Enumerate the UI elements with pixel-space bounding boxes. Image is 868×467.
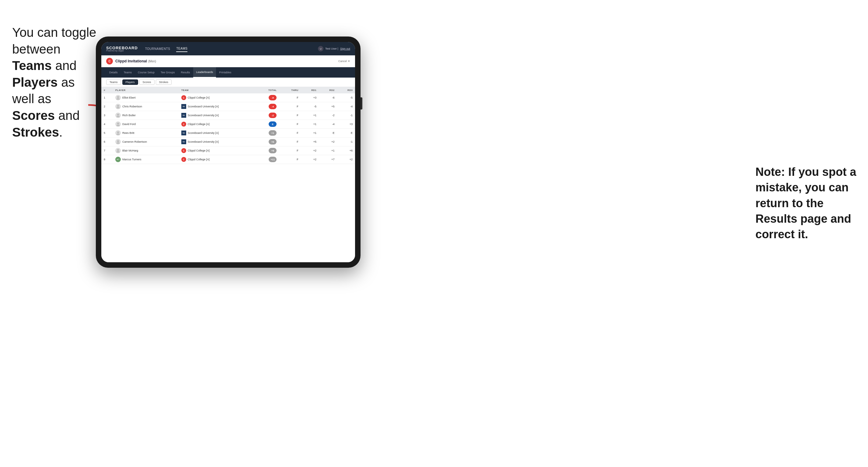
table-row[interactable]: 5 Rees Britt SU Scoreboard University [A…: [101, 129, 355, 137]
player-name: Rees Britt: [122, 131, 134, 134]
player-avatar: [115, 113, 121, 118]
rank-cell: 5: [101, 129, 113, 137]
col-player: PLAYER: [113, 87, 179, 93]
nav-user: U Test User | Sign out: [318, 46, 350, 52]
team-name: Scoreboard University [A]: [188, 114, 219, 117]
col-total: TOTAL: [255, 87, 279, 93]
col-rd3: RD3: [337, 87, 355, 93]
player-cell: David Ford: [113, 120, 179, 129]
tab-printables[interactable]: Printables: [216, 67, 234, 77]
player-name: Marcus Turners: [122, 158, 142, 161]
player-cell: Blair McHarg: [113, 146, 179, 155]
tournament-gender: (Men): [148, 60, 156, 63]
total-cell: +11: [255, 155, 279, 164]
tab-course-setup[interactable]: Course Setup: [135, 67, 158, 77]
rank-cell: 8: [101, 155, 113, 164]
nav-bar: SCOREBOARD Powered by clippd TOURNAMENTS…: [101, 42, 355, 55]
team-cell: SU Scoreboard University [A]: [179, 111, 255, 120]
table-row[interactable]: 4 David Ford C Clippd College [A] E F +1…: [101, 120, 355, 129]
thru-cell: F: [279, 111, 301, 120]
rd1-cell: +1: [301, 111, 319, 120]
table-row[interactable]: 7 Blair McHarg C Clippd College [A] +8 F…: [101, 146, 355, 155]
thru-cell: F: [279, 129, 301, 137]
rd1-cell: -5: [301, 102, 319, 111]
rd3-cell: -1: [337, 137, 355, 146]
rank-cell: 3: [101, 111, 113, 120]
total-cell: +6: [255, 137, 279, 146]
team-cell: SU Scoreboard University [A]: [179, 129, 255, 137]
table-row[interactable]: 8 MT Marcus Turners C Clippd College [A]…: [101, 155, 355, 164]
thru-cell: F: [279, 120, 301, 129]
table-row[interactable]: 3 Rich Butler SU Scoreboard University […: [101, 111, 355, 120]
nav-tournaments[interactable]: TOURNAMENTS: [145, 46, 170, 52]
team-logo: SU: [181, 113, 186, 118]
tournament-name: Clippd Invitational: [115, 59, 147, 63]
rd2-cell: E: [319, 129, 337, 137]
player-avatar: [115, 139, 121, 145]
left-annotation: You can toggle between Teams and Players…: [12, 24, 97, 141]
col-thru: THRU: [279, 87, 301, 93]
svg-point-3: [117, 114, 119, 116]
toggle-teams[interactable]: Teams: [106, 80, 121, 85]
team-cell: C Clippd College [A]: [179, 155, 255, 164]
table-row[interactable]: 6 Cameron Robertson SU Scoreboard Univer…: [101, 137, 355, 146]
thru-cell: F: [279, 137, 301, 146]
player-name: Chris Robertson: [122, 105, 142, 108]
tab-leaderboards[interactable]: Leaderboards: [193, 67, 216, 77]
team-logo: SU: [181, 104, 186, 109]
team-name: Clippd College [A]: [188, 158, 210, 161]
player-name: Blair McHarg: [122, 149, 138, 152]
player-avatar: [115, 148, 121, 153]
team-logo: SU: [181, 130, 186, 135]
score-badge: +1: [269, 130, 277, 136]
rd1-cell: +3: [301, 93, 319, 102]
toggle-scores[interactable]: Scores: [140, 80, 155, 85]
total-cell: -8: [255, 93, 279, 102]
player-cell: Rees Britt: [113, 129, 179, 137]
tournament-header: C Clippd Invitational (Men) Cancel ✕: [101, 55, 355, 67]
svg-point-6: [117, 140, 119, 142]
team-cell: C Clippd College [A]: [179, 146, 255, 155]
rd1-cell: +1: [301, 129, 319, 137]
toggle-players[interactable]: Players: [122, 80, 138, 85]
toggle-strokes[interactable]: Strokes: [156, 80, 172, 85]
tab-teams[interactable]: Teams: [121, 67, 135, 77]
score-badge: +6: [269, 139, 277, 145]
svg-point-2: [117, 105, 119, 107]
player-avatar: [115, 130, 121, 136]
rd2-cell: -2: [319, 111, 337, 120]
sign-out-link[interactable]: Sign out: [340, 47, 350, 50]
rd1-cell: +2: [301, 146, 319, 155]
tab-results[interactable]: Results: [178, 67, 193, 77]
table-header-row: # PLAYER TEAM TOTAL THRU RD1 RD2 RD3: [101, 87, 355, 93]
rd3-cell: -4: [337, 102, 355, 111]
rd3-cell: +3: [337, 120, 355, 129]
col-rd2: RD2: [319, 87, 337, 93]
cancel-button[interactable]: Cancel ✕: [338, 60, 350, 63]
nav-teams[interactable]: TEAMS: [176, 45, 187, 52]
team-name: Clippd College [A]: [188, 96, 210, 99]
player-cell: Rich Butler: [113, 111, 179, 120]
rd2-cell: +2: [319, 137, 337, 146]
sub-nav: Details Teams Course Setup Tee Groups Re…: [101, 67, 355, 77]
total-cell: -2: [255, 111, 279, 120]
team-cell: SU Scoreboard University [A]: [179, 137, 255, 146]
svg-point-1: [117, 96, 119, 98]
rd2-cell: -6: [319, 93, 337, 102]
user-name: Test User |: [325, 47, 338, 50]
table-row[interactable]: 1 Elliot Ebert C Clippd College [A] -8 F…: [101, 93, 355, 102]
tab-details[interactable]: Details: [106, 67, 121, 77]
rd3-cell: -5: [337, 93, 355, 102]
tab-tee-groups[interactable]: Tee Groups: [158, 67, 178, 77]
logo-sub: Powered by clippd: [106, 50, 138, 52]
player-avatar: [115, 95, 121, 100]
rank-cell: 2: [101, 102, 113, 111]
total-cell: E: [255, 120, 279, 129]
team-cell: C Clippd College [A]: [179, 120, 255, 129]
rd2-cell: +5: [319, 102, 337, 111]
table-row[interactable]: 2 Chris Robertson SU Scoreboard Universi…: [101, 102, 355, 111]
score-badge: -2: [269, 113, 277, 118]
team-logo: C: [181, 157, 186, 162]
team-name: Scoreboard University [A]: [188, 140, 219, 143]
score-badge: -8: [269, 95, 277, 100]
